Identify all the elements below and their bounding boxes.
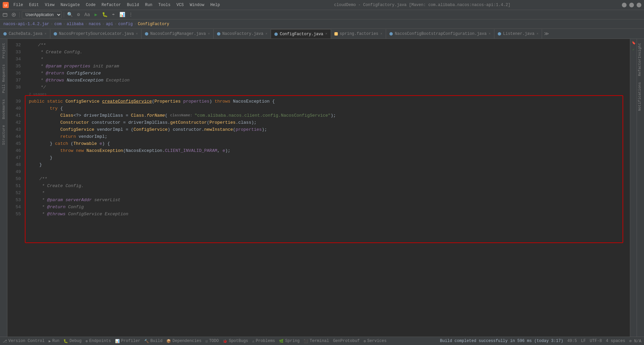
return-type-36: ConfigService <box>67 70 101 77</box>
code-line-34: * <box>28 56 630 63</box>
genprotobuf-btn[interactable]: GenProtobuf <box>333 339 360 343</box>
comment-51: * Create Config. <box>29 182 84 189</box>
run-status-btn[interactable]: ▶ Run <box>49 339 59 343</box>
project-icon[interactable] <box>1 11 9 18</box>
tab-nacospropertylocator-close[interactable]: × <box>136 32 138 36</box>
more-actions-button[interactable]: ⋮ <box>127 11 135 18</box>
tab-nacosconfigmanager[interactable]: NacosConfigManager.java × <box>142 29 214 39</box>
breadcrumb-api[interactable]: api <box>106 22 113 26</box>
search-everywhere-icon[interactable]: 🔍 <box>66 11 73 18</box>
breadcrumb-current[interactable]: ConfigFactory <box>138 22 169 26</box>
breadcrumb-nacos[interactable]: nacos <box>89 22 101 26</box>
encoding[interactable]: UTF-8 <box>590 339 602 343</box>
tab-nacosconfigbootstrap-close[interactable]: × <box>489 32 491 36</box>
tab-listener-close[interactable]: × <box>536 32 538 36</box>
menu-file[interactable]: File <box>11 2 26 8</box>
tab-cachedata-close[interactable]: × <box>45 32 47 36</box>
menu-code[interactable]: Code <box>83 2 98 8</box>
tab-nacospropertylocator[interactable]: NacosPropertySourceLocator.java × <box>50 29 142 39</box>
maximize-button[interactable]: □ <box>629 3 634 7</box>
profiler-btn[interactable]: 📊 Profiler <box>115 339 141 343</box>
indent-setting[interactable]: 4 spaces <box>606 339 625 343</box>
dependencies-btn[interactable]: 📦 Dependencies <box>166 339 201 343</box>
tab-configfactory[interactable]: ConfigFactory.java × <box>271 29 331 39</box>
comment-53c: serverList <box>92 196 120 204</box>
profile-button[interactable]: 📊 <box>118 11 126 18</box>
class-ref-41: Class <box>131 112 144 119</box>
line-num-48: 48 <box>7 161 23 168</box>
build-status-btn[interactable]: 🔨 Build <box>144 339 162 343</box>
menu-help[interactable]: Help <box>208 2 223 8</box>
run-button[interactable]: ▶ <box>92 11 100 18</box>
minimize-button[interactable]: ─ <box>622 3 627 7</box>
endpoints-icon: ⊕ <box>86 339 88 343</box>
tab-cachedata[interactable]: CacheData.java × <box>0 29 50 39</box>
param-hint-41: className: <box>170 112 195 119</box>
version-control-btn[interactable]: ⎇ Version Control <box>3 339 45 343</box>
vcs-icon[interactable] <box>10 11 17 18</box>
menu-run[interactable]: Run <box>142 2 155 8</box>
todo-label: TODO <box>209 339 219 343</box>
menu-build[interactable]: Build <box>124 2 142 8</box>
line-num-32: 32 <box>7 42 23 49</box>
terminal-btn[interactable]: ⬛ Terminal <box>304 339 329 343</box>
menu-tools[interactable]: Tools <box>156 2 173 8</box>
tab-listener[interactable]: Listener.java × <box>494 29 542 39</box>
tab-nacosfactory-close[interactable]: × <box>265 32 267 36</box>
refactorinsight-panel-btn[interactable]: RefactorInsight <box>637 40 644 79</box>
menu-window[interactable]: Window <box>187 2 207 8</box>
indent-47 <box>29 154 50 161</box>
coverage-button[interactable]: ☂ <box>110 11 117 18</box>
tab-nacosconfigbootstrap[interactable]: NacosConfigBootstrapConfiguration.java × <box>386 29 494 39</box>
tab-nacosfactory[interactable]: NacosFactory.java × <box>214 29 271 39</box>
indent-label: 4 spaces <box>606 339 625 343</box>
menu-refactor[interactable]: Refactor <box>99 2 124 8</box>
endpoints-btn[interactable]: ⊕ Endpoints <box>86 339 111 343</box>
close-brace-45: } <box>50 140 55 147</box>
line-num-33: 33 <box>7 49 23 56</box>
settings-icon[interactable]: ⚙ <box>75 11 82 18</box>
line-num-46: 46 <box>7 147 23 154</box>
menu-navigate[interactable]: Navigate <box>58 2 83 8</box>
tab-nacosconfigmanager-close[interactable]: × <box>208 32 210 36</box>
project-panel-btn[interactable]: Project <box>1 40 6 61</box>
run-config-select[interactable]: UserApplication <box>22 11 62 18</box>
line-num-52: 52 <box>7 189 23 196</box>
tab-springfactories[interactable]: spring.factories × <box>331 29 386 39</box>
code-content[interactable]: /** * Create Config. * * @param properti… <box>25 39 630 337</box>
bookmark-icon[interactable]: 🔖 <box>631 40 636 46</box>
debug-status-btn[interactable]: 🐛 Debug <box>63 339 82 343</box>
branch-name[interactable]: ⊘ N/A <box>629 339 641 344</box>
tabs-overflow-button[interactable]: ≫ <box>542 31 551 37</box>
problems-btn[interactable]: ⚠ Problems <box>252 339 275 343</box>
line-separator[interactable]: LF <box>581 339 586 343</box>
todo-btn[interactable]: ☑ TODO <box>206 339 219 343</box>
debug-button[interactable]: 🐛 <box>101 11 108 18</box>
breadcrumb-config[interactable]: config <box>118 22 133 26</box>
breadcrumb-alibaba[interactable]: alibaba <box>67 22 84 26</box>
notifications-panel-btn[interactable]: Notifications <box>637 79 644 114</box>
menu-view[interactable]: View <box>42 2 57 8</box>
throws-type-37: NacosException <box>67 77 103 84</box>
structure-panel-btn[interactable]: Structure <box>1 122 6 148</box>
services-btn[interactable]: ⚙ Services <box>364 339 386 343</box>
line-num-51: 51 <box>7 182 23 189</box>
pull-requests-panel-btn[interactable]: Pull Requests <box>1 62 6 96</box>
bookmarks-panel-btn[interactable]: Bookmarks <box>1 97 6 122</box>
spring-btn[interactable]: 🌿 Spring <box>279 339 300 343</box>
translate-icon[interactable]: Aa <box>84 11 91 18</box>
cursor-position[interactable]: 49:5 <box>567 339 577 343</box>
menu-edit[interactable]: Edit <box>26 2 42 8</box>
breadcrumb-jar[interactable]: nacos-api-1.4.2.jar <box>3 22 49 26</box>
paren-close-43: ); <box>262 126 267 133</box>
breadcrumb-com[interactable]: com <box>54 22 62 26</box>
build-message: Build completed successfully in 596 ms (… <box>440 339 563 343</box>
check-icon[interactable]: ✓ <box>631 47 636 52</box>
method-newinstance-43: newInstance <box>204 126 233 133</box>
tab-configfactory-close[interactable]: × <box>325 32 327 36</box>
spotbugs-btn[interactable]: 🐞 SpotBugs <box>223 339 248 343</box>
menu-vcs[interactable]: VCS <box>174 2 186 8</box>
line-num-43: 43 <box>7 126 23 133</box>
tab-springfactories-close[interactable]: × <box>380 32 382 36</box>
close-button[interactable]: ✕ <box>637 3 641 7</box>
